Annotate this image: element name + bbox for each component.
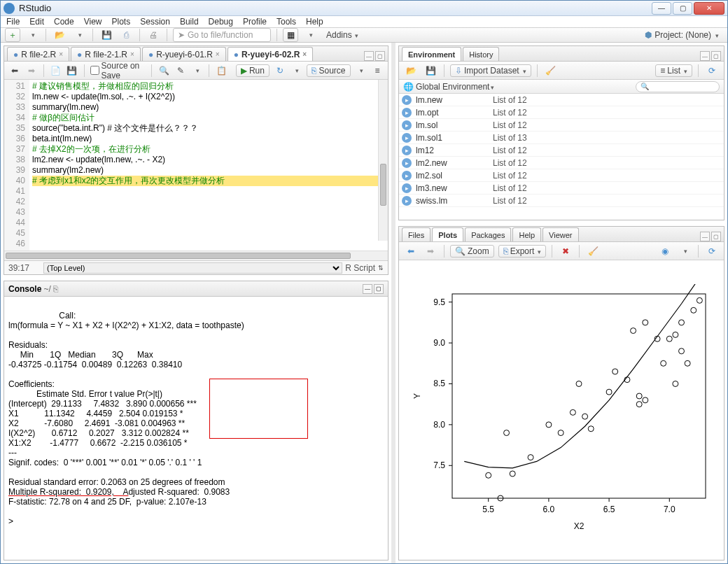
plots-tab-viewer[interactable]: Viewer [542,227,578,241]
env-list[interactable]: ▸lm.newList of 12▸lm.optList of 12▸lm.so… [399,94,724,220]
plots-tab-help[interactable]: Help [512,227,541,241]
env-item[interactable]: ▸lm3.newList of 12 [399,182,724,195]
menu-session[interactable]: Session [140,17,170,27]
close-tab-icon[interactable]: × [130,50,134,58]
scope-selector[interactable]: (Top Level) [43,262,342,274]
close-tab-icon[interactable]: × [216,50,220,58]
source-button[interactable]: ⎘ Source [307,64,350,77]
close-button[interactable]: ✕ [694,2,724,15]
pane-maximize-icon[interactable]: ▢ [375,51,385,61]
save-doc-button[interactable]: 💾 [66,64,78,78]
open-file-button[interactable]: 📂 [52,28,67,42]
pane-minimize-icon[interactable]: — [364,51,374,61]
source-tab-0[interactable]: ●R file-2.R× [7,47,69,61]
menu-profile[interactable]: Profile [243,17,267,27]
find-button[interactable]: 🔍 [158,64,170,78]
remove-plot-button[interactable]: ✖ [558,244,573,258]
plot-prev-button[interactable]: ⬅ [403,244,419,258]
env-item[interactable]: ▸swiss.lmList of 12 [399,195,724,207]
grid-button[interactable]: ▦ [283,28,298,42]
environment-pane: EnvironmentHistory — ▢ 📂 💾 ⇩ Import Data… [398,45,724,220]
run-button[interactable]: ▶ Run [236,64,270,77]
plots-tab-packages[interactable]: Packages [465,227,511,241]
plot-next-button[interactable]: ➡ [423,244,438,258]
env-item[interactable]: ▸lm2.newList of 12 [399,157,724,169]
menu-debug[interactable]: Debug [209,17,233,27]
env-item[interactable]: ▸lm.sol1List of 13 [399,132,724,144]
export-button[interactable]: ⎘ Export [498,245,547,258]
pane-maximize-icon[interactable]: ▢ [374,284,384,294]
console-output[interactable]: Call: lm(formula = Y ~ X1 + X2 + I(X2^2)… [4,297,388,560]
rerun-button[interactable]: ↻ [274,64,286,78]
menu-build[interactable]: Build [180,17,199,27]
source-dropdown[interactable] [355,64,368,78]
import-dataset-button[interactable]: ⇩ Import Dataset [450,64,531,77]
grid-dropdown[interactable] [302,28,318,42]
editor-scrollbar-v[interactable] [378,80,388,241]
clear-workspace-button[interactable]: 🧹 [543,64,559,78]
source-tab-2[interactable]: ●R-yueyi-6-01.R× [142,47,226,61]
env-tab-environment[interactable]: Environment [402,47,461,61]
plots-tab-plots[interactable]: Plots [432,227,463,241]
menu-file[interactable]: File [6,17,20,27]
project-menu[interactable]: ⬢ Project: (None) [645,30,723,40]
env-search-input[interactable]: 🔍 [636,81,720,92]
print-button[interactable]: 🖨 [146,28,161,42]
chevron-up-down-icon[interactable]: ⇅ [378,265,384,272]
pane-maximize-icon[interactable]: ▢ [711,232,721,241]
refresh-plot-button[interactable]: ⟳ [704,244,720,258]
env-scope-selector[interactable]: Global Environment [416,82,489,92]
popout-icon[interactable]: ⎘ [53,284,58,294]
load-workspace-button[interactable]: 📂 [403,64,419,78]
menu-edit[interactable]: Edit [29,17,44,27]
wand-button[interactable]: ✎ [174,64,187,78]
pane-minimize-icon[interactable]: — [700,232,710,241]
pane-minimize-icon[interactable]: — [700,51,710,61]
addins-menu[interactable]: Addins [322,30,363,40]
publish-button[interactable]: ◉ [657,244,673,258]
clear-plots-button[interactable]: 🧹 [585,244,601,258]
env-item[interactable]: ▸lm.newList of 12 [399,94,724,106]
save-button[interactable]: 💾 [99,28,114,42]
save-workspace-button[interactable]: 💾 [423,64,438,78]
menu-plots[interactable]: Plots [112,17,131,27]
code-editor[interactable]: 31 32 33 34 35 36 37 38 39 40 41 42 43 4… [4,80,388,251]
new-file-button[interactable]: ＋ [5,28,20,42]
outline-button[interactable]: ≡ [371,64,384,78]
list-view-button[interactable]: ≡ List [655,64,692,77]
menu-code[interactable]: Code [54,17,74,27]
source-tab-3[interactable]: ●R-yueyi-6-02.R× [227,47,313,61]
code-tools-dropdown[interactable] [191,64,204,78]
source-tab-1[interactable]: ●R file-2-1.R× [71,47,141,61]
zoom-button[interactable]: 🔍 Zoom [450,245,494,258]
report-button[interactable]: 📋 [215,64,227,78]
close-tab-icon[interactable]: × [59,50,63,58]
show-doc-button[interactable]: 📄 [49,64,62,78]
new-file-dropdown[interactable] [24,28,40,42]
forward-button[interactable]: ➡ [25,64,38,78]
back-button[interactable]: ⬅ [8,64,21,78]
save-all-button[interactable]: ⎙ [118,28,134,42]
editor-scrollbar-h[interactable] [4,251,388,260]
menu-view[interactable]: View [84,17,102,27]
rerun-dropdown[interactable] [290,64,303,78]
goto-file-function-input[interactable]: ➤ Go to file/function [173,28,271,42]
env-tab-history[interactable]: History [463,47,499,61]
env-item[interactable]: ▸lm12List of 12 [399,144,724,157]
pane-minimize-icon[interactable]: — [363,284,372,294]
plots-tab-files[interactable]: Files [402,227,430,241]
env-item[interactable]: ▸lm.solList of 12 [399,119,724,132]
env-item[interactable]: ▸lm.optList of 12 [399,106,724,119]
menu-tools[interactable]: Tools [276,17,296,27]
env-item[interactable]: ▸lm2.solList of 12 [399,169,724,182]
minimize-button[interactable]: — [652,2,671,15]
refresh-button[interactable]: ⟳ [704,64,720,78]
source-statusbar: 39:17 (Top Level) R Script ⇅ [4,260,388,274]
source-on-save-checkbox[interactable]: Source on Save [90,61,146,80]
open-recent-dropdown[interactable] [71,28,87,42]
close-tab-icon[interactable]: × [302,50,307,58]
menu-help[interactable]: Help [306,17,323,27]
maximize-button[interactable]: ▢ [673,2,692,15]
publish-dropdown[interactable] [677,244,692,258]
pane-maximize-icon[interactable]: ▢ [711,51,721,61]
